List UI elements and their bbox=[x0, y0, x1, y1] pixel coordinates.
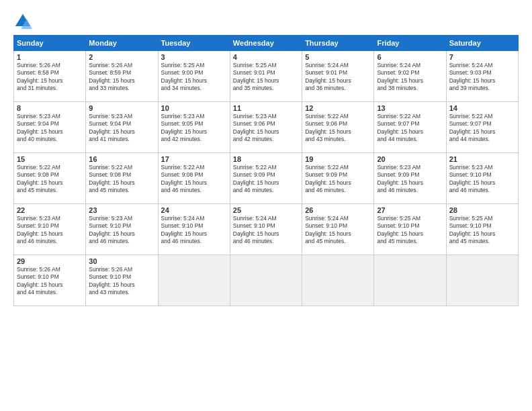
table-row: 19Sunrise: 5:22 AMSunset: 9:09 PMDayligh… bbox=[302, 153, 374, 204]
table-row: 22Sunrise: 5:23 AMSunset: 9:10 PMDayligh… bbox=[14, 204, 86, 255]
logo-icon bbox=[13, 12, 32, 31]
table-row: 28Sunrise: 5:25 AMSunset: 9:10 PMDayligh… bbox=[446, 204, 518, 255]
logo bbox=[13, 12, 35, 31]
week-row: 15Sunrise: 5:22 AMSunset: 9:08 PMDayligh… bbox=[14, 153, 519, 204]
table-row: 13Sunrise: 5:22 AMSunset: 9:07 PMDayligh… bbox=[374, 102, 446, 153]
table-row: 6Sunrise: 5:24 AMSunset: 9:02 PMDaylight… bbox=[374, 51, 446, 102]
table-row: 5Sunrise: 5:24 AMSunset: 9:01 PMDaylight… bbox=[302, 51, 374, 102]
col-header-thursday: Thursday bbox=[302, 36, 374, 51]
table-row: 23Sunrise: 5:23 AMSunset: 9:10 PMDayligh… bbox=[86, 204, 158, 255]
table-row bbox=[230, 255, 302, 306]
table-row: 7Sunrise: 5:24 AMSunset: 9:03 PMDaylight… bbox=[446, 51, 518, 102]
table-row: 25Sunrise: 5:24 AMSunset: 9:10 PMDayligh… bbox=[230, 204, 302, 255]
col-header-monday: Monday bbox=[86, 36, 158, 51]
table-row: 27Sunrise: 5:25 AMSunset: 9:10 PMDayligh… bbox=[374, 204, 446, 255]
col-header-friday: Friday bbox=[374, 36, 446, 51]
table-row: 3Sunrise: 5:25 AMSunset: 9:00 PMDaylight… bbox=[158, 51, 230, 102]
table-row: 26Sunrise: 5:24 AMSunset: 9:10 PMDayligh… bbox=[302, 204, 374, 255]
table-row: 2Sunrise: 5:26 AMSunset: 8:59 PMDaylight… bbox=[86, 51, 158, 102]
week-row: 22Sunrise: 5:23 AMSunset: 9:10 PMDayligh… bbox=[14, 204, 519, 255]
table-row: 18Sunrise: 5:22 AMSunset: 9:09 PMDayligh… bbox=[230, 153, 302, 204]
page: SundayMondayTuesdayWednesdayThursdayFrid… bbox=[0, 0, 532, 411]
col-header-sunday: Sunday bbox=[14, 36, 86, 51]
table-row: 11Sunrise: 5:23 AMSunset: 9:06 PMDayligh… bbox=[230, 102, 302, 153]
table-row: 1Sunrise: 5:26 AMSunset: 8:58 PMDaylight… bbox=[14, 51, 86, 102]
table-row: 30Sunrise: 5:26 AMSunset: 9:10 PMDayligh… bbox=[86, 255, 158, 306]
table-row: 24Sunrise: 5:24 AMSunset: 9:10 PMDayligh… bbox=[158, 204, 230, 255]
calendar-table: SundayMondayTuesdayWednesdayThursdayFrid… bbox=[13, 35, 519, 306]
col-header-tuesday: Tuesday bbox=[158, 36, 230, 51]
table-row bbox=[374, 255, 446, 306]
calendar-header-row: SundayMondayTuesdayWednesdayThursdayFrid… bbox=[14, 36, 519, 51]
table-row: 21Sunrise: 5:23 AMSunset: 9:10 PMDayligh… bbox=[446, 153, 518, 204]
table-row: 29Sunrise: 5:26 AMSunset: 9:10 PMDayligh… bbox=[14, 255, 86, 306]
table-row: 15Sunrise: 5:22 AMSunset: 9:08 PMDayligh… bbox=[14, 153, 86, 204]
header bbox=[13, 12, 519, 31]
table-row bbox=[158, 255, 230, 306]
table-row: 17Sunrise: 5:22 AMSunset: 9:08 PMDayligh… bbox=[158, 153, 230, 204]
table-row: 12Sunrise: 5:22 AMSunset: 9:06 PMDayligh… bbox=[302, 102, 374, 153]
col-header-wednesday: Wednesday bbox=[230, 36, 302, 51]
table-row: 20Sunrise: 5:23 AMSunset: 9:09 PMDayligh… bbox=[374, 153, 446, 204]
table-row: 9Sunrise: 5:23 AMSunset: 9:04 PMDaylight… bbox=[86, 102, 158, 153]
table-row: 4Sunrise: 5:25 AMSunset: 9:01 PMDaylight… bbox=[230, 51, 302, 102]
week-row: 8Sunrise: 5:23 AMSunset: 9:04 PMDaylight… bbox=[14, 102, 519, 153]
table-row: 16Sunrise: 5:22 AMSunset: 9:08 PMDayligh… bbox=[86, 153, 158, 204]
week-row: 29Sunrise: 5:26 AMSunset: 9:10 PMDayligh… bbox=[14, 255, 519, 306]
table-row: 10Sunrise: 5:23 AMSunset: 9:05 PMDayligh… bbox=[158, 102, 230, 153]
table-row: 8Sunrise: 5:23 AMSunset: 9:04 PMDaylight… bbox=[14, 102, 86, 153]
col-header-saturday: Saturday bbox=[446, 36, 518, 51]
table-row: 14Sunrise: 5:22 AMSunset: 9:07 PMDayligh… bbox=[446, 102, 518, 153]
table-row bbox=[302, 255, 374, 306]
week-row: 1Sunrise: 5:26 AMSunset: 8:58 PMDaylight… bbox=[14, 51, 519, 102]
table-row bbox=[446, 255, 518, 306]
